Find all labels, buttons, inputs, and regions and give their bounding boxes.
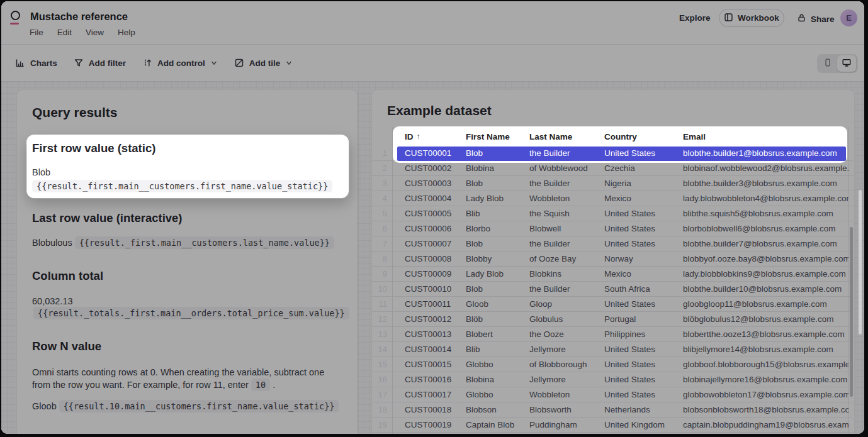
row-number: 4 [372, 191, 392, 206]
cell-email: lady.blobwobbleton4@blobsrus.example.com [670, 191, 848, 206]
row-number: 13 [372, 327, 392, 341]
chevron-down-icon [210, 59, 218, 67]
table-row[interactable]: 6 CUST00006 Blorbo Blobwell United State… [372, 221, 853, 236]
cell-first-name: Blib [453, 342, 517, 357]
document-title[interactable]: Mustache reference [30, 11, 128, 23]
explore-link[interactable]: Explore [679, 13, 711, 23]
table-scrollbar[interactable] [850, 227, 853, 397]
row-number: 10 [372, 282, 392, 296]
add-tile-button[interactable]: Add tile [234, 58, 293, 68]
table-row[interactable]: 14 CUST00014 Blib Jellymore United State… [372, 342, 853, 357]
menu-file[interactable]: File [30, 28, 43, 37]
cell-country: Netherlands [592, 402, 670, 417]
charts-button[interactable]: Charts [15, 58, 57, 68]
cell-country: Mexico [592, 191, 670, 206]
cell-first-name: Blobina [453, 161, 517, 175]
query-results-tile: Query results First row value (static) B… [16, 89, 358, 434]
cell-last-name: of Ooze Bay [517, 252, 592, 266]
table-row[interactable]: 3 CUST00003 Blob the Builder Nigeria blo… [372, 176, 853, 191]
cell-first-name: Blib [453, 206, 517, 221]
tile-title: Query results [32, 104, 117, 121]
column-header-last-name[interactable]: Last Name [517, 132, 592, 141]
column-header-id[interactable]: ID↑ [392, 132, 453, 141]
cell-first-name: Blöb [453, 312, 517, 326]
first-row-value-card: First row value (static) Blob {{result._… [27, 135, 349, 199]
cell-country: United States [592, 342, 670, 357]
page-scrollbar[interactable] [859, 190, 862, 335]
cell-id: CUST00010 [392, 282, 453, 296]
desktop-view-button[interactable] [837, 55, 856, 72]
row-number: 14 [372, 342, 392, 357]
mustache-code: {{result._first.main__customers.last_nam… [75, 236, 334, 249]
cell-last-name: Wobbleton [517, 387, 592, 402]
share-button[interactable]: Share [797, 13, 835, 25]
cell-country: South Africa [592, 282, 670, 296]
column-header-email[interactable]: Email [670, 132, 848, 141]
table-column-divider [848, 127, 849, 434]
tile-title: Example dataset [387, 102, 492, 119]
app-surface: Mustache reference File Edit View Help E… [1, 1, 864, 434]
inline-code: 10 [251, 379, 270, 391]
workbook-button[interactable]: Workbook [719, 9, 784, 27]
table-row[interactable]: 12 CUST00012 Blöb Globulus Portugal blöb… [372, 312, 853, 327]
table-row[interactable]: 1 CUST00001 Blob the Builder United Stat… [372, 146, 853, 161]
table-row[interactable]: 7 CUST00007 Blob the Builder United Stat… [372, 236, 853, 252]
cell-first-name: Captain Blob [453, 418, 517, 432]
add-filter-button[interactable]: Add filter [74, 58, 126, 68]
table-row[interactable]: 19 CUST00019 Captain Blob Puddingham Uni… [372, 418, 853, 433]
cell-last-name: the Builder [517, 282, 592, 296]
control-icon [142, 58, 152, 68]
example-dataset-tile: Example dataset ID↑ First Name Last Name… [371, 89, 855, 434]
menu-help[interactable]: Help [118, 28, 135, 37]
cell-last-name: the Ooze [517, 327, 592, 341]
menu-edit[interactable]: Edit [57, 28, 72, 37]
row-number: 19 [372, 418, 392, 432]
cell-email: blibthe.squish5@blobsrus.example.com [670, 206, 848, 221]
cell-first-name: Blob [453, 146, 517, 160]
cell-first-name: Blobina [453, 372, 517, 387]
cell-country: Norway [592, 252, 670, 266]
rendered-value-line: Blobulous{{result._first.main__customers… [32, 236, 334, 249]
row-number: 5 [372, 206, 392, 221]
cell-last-name: Blobsworth [517, 402, 592, 417]
cell-email: blobsonblobsworth18@blobsrus.example.com [670, 402, 848, 417]
cell-country: Mexico [592, 267, 670, 281]
cell-email: captain.blobpuddingham19@blobsrus.exampl… [670, 418, 848, 432]
cell-id: CUST00005 [392, 206, 453, 221]
column-header-country[interactable]: Country [592, 132, 670, 141]
tile-icon [234, 58, 244, 68]
row-number: 16 [372, 372, 392, 387]
table-row[interactable]: 4 CUST00004 Lady Blob Wobbleton Mexico l… [372, 191, 853, 206]
add-control-button[interactable]: Add control [142, 58, 218, 68]
cell-id: CUST00002 [392, 161, 453, 175]
cell-id: CUST00014 [392, 342, 453, 357]
table-row[interactable]: 5 CUST00005 Blib the Squish United State… [372, 206, 853, 221]
layout-mode-switch [817, 54, 858, 73]
table-row[interactable]: 17 CUST00017 Globbo Wobbleton United Sta… [372, 387, 853, 402]
cell-last-name: the Builder [517, 146, 592, 160]
cell-email: blobbyof.ooze.bay8@blobsrus.example.com [670, 252, 848, 266]
cell-email: blobthe.builder1@blobsrus.example.com [670, 146, 848, 160]
table-row[interactable]: 10 CUST00010 Blob the Builder South Afri… [372, 282, 853, 297]
cell-id: CUST00001 [392, 146, 453, 160]
cell-country: United States [592, 221, 670, 236]
mobile-view-button[interactable] [818, 55, 837, 72]
cell-last-name: the Squish [517, 206, 592, 221]
omni-logo-icon[interactable] [10, 11, 23, 25]
cell-id: CUST00006 [392, 221, 453, 236]
avatar[interactable]: E [840, 9, 857, 26]
column-header-first-name[interactable]: First Name [453, 132, 517, 141]
row-number: 2 [372, 161, 392, 175]
table-row[interactable]: 8 CUST00008 Blobby of Ooze Bay Norway bl… [372, 252, 853, 267]
table-row[interactable]: 11 CUST00011 Gloob Gloop United States g… [372, 297, 853, 312]
table-row[interactable]: 18 CUST00018 Blobson Blobsworth Netherla… [372, 402, 853, 418]
cell-id: CUST00003 [392, 176, 453, 191]
menu-view[interactable]: View [86, 28, 104, 37]
table-row[interactable]: 15 CUST00015 Globbo of Blobborough Unite… [372, 357, 853, 372]
book-icon [724, 13, 733, 24]
table-row[interactable]: 9 CUST00009 Lady Blob Blobkins Mexico la… [372, 267, 853, 282]
cell-id: CUST00018 [392, 402, 453, 417]
table-row[interactable]: 2 CUST00002 Blobina of Wobblewood Czechi… [372, 161, 853, 176]
table-row[interactable]: 13 CUST00013 Blobert the Ooze Philippine… [372, 327, 853, 342]
table-row[interactable]: 16 CUST00016 Blobina Jellymore United St… [372, 372, 853, 387]
